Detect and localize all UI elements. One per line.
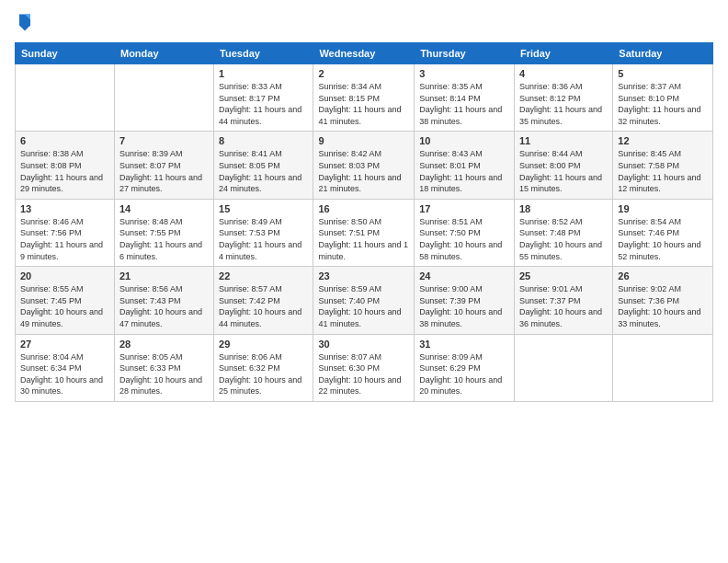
day-info: Sunrise: 8:33 AM Sunset: 8:17 PM Dayligh… [219,81,308,127]
calendar-cell: 6Sunrise: 8:38 AM Sunset: 8:08 PM Daylig… [16,132,115,199]
calendar-week: 1Sunrise: 8:33 AM Sunset: 8:17 PM Daylig… [16,64,713,132]
day-number: 1 [219,68,308,79]
day-info: Sunrise: 8:05 AM Sunset: 6:33 PM Dayligh… [119,351,209,397]
calendar-cell: 2Sunrise: 8:34 AM Sunset: 8:15 PM Daylig… [313,64,415,132]
day-number: 17 [419,203,509,214]
day-info: Sunrise: 8:42 AM Sunset: 8:03 PM Dayligh… [318,148,409,194]
day-info: Sunrise: 8:45 AM Sunset: 7:58 PM Dayligh… [618,148,708,194]
day-info: Sunrise: 9:01 AM Sunset: 7:37 PM Dayligh… [519,283,608,329]
day-number: 16 [318,203,409,214]
header-row: SundayMondayTuesdayWednesdayThursdayFrid… [16,43,713,64]
day-info: Sunrise: 8:57 AM Sunset: 7:42 PM Dayligh… [219,283,308,329]
calendar-cell [16,64,115,132]
calendar-cell: 19Sunrise: 8:54 AM Sunset: 7:46 PM Dayli… [613,199,713,266]
calendar-cell: 4Sunrise: 8:36 AM Sunset: 8:12 PM Daylig… [514,64,612,132]
calendar-week: 13Sunrise: 8:46 AM Sunset: 7:56 PM Dayli… [16,199,713,266]
calendar-week: 20Sunrise: 8:55 AM Sunset: 7:45 PM Dayli… [16,267,713,334]
calendar-cell: 25Sunrise: 9:01 AM Sunset: 7:37 PM Dayli… [514,267,612,334]
day-info: Sunrise: 8:55 AM Sunset: 7:45 PM Dayligh… [20,283,109,329]
calendar-cell: 12Sunrise: 8:45 AM Sunset: 7:58 PM Dayli… [613,132,713,199]
day-number: 25 [519,270,608,282]
day-info: Sunrise: 8:07 AM Sunset: 6:30 PM Dayligh… [318,351,409,397]
header-day: Friday [514,43,612,64]
day-number: 29 [219,339,308,350]
calendar-cell: 7Sunrise: 8:39 AM Sunset: 8:07 PM Daylig… [114,132,213,199]
day-info: Sunrise: 8:51 AM Sunset: 7:50 PM Dayligh… [419,216,509,262]
day-number: 26 [618,270,708,282]
calendar-cell: 10Sunrise: 8:43 AM Sunset: 8:01 PM Dayli… [415,132,515,199]
day-info: Sunrise: 8:06 AM Sunset: 6:32 PM Dayligh… [219,351,308,397]
day-info: Sunrise: 8:04 AM Sunset: 6:34 PM Dayligh… [20,351,109,397]
day-info: Sunrise: 9:02 AM Sunset: 7:36 PM Dayligh… [618,283,708,329]
calendar-cell: 14Sunrise: 8:48 AM Sunset: 7:55 PM Dayli… [114,199,213,266]
day-info: Sunrise: 8:46 AM Sunset: 7:56 PM Dayligh… [20,216,109,262]
day-info: Sunrise: 8:41 AM Sunset: 8:05 PM Dayligh… [219,148,308,194]
day-info: Sunrise: 8:35 AM Sunset: 8:14 PM Dayligh… [419,81,509,127]
day-number: 6 [20,135,109,146]
calendar-body: 1Sunrise: 8:33 AM Sunset: 8:17 PM Daylig… [16,64,713,402]
calendar-cell: 17Sunrise: 8:51 AM Sunset: 7:50 PM Dayli… [415,199,515,266]
header-day: Monday [114,43,213,64]
day-number: 11 [519,135,608,146]
calendar-cell: 30Sunrise: 8:07 AM Sunset: 6:30 PM Dayli… [313,334,415,401]
header-day: Saturday [613,43,713,64]
day-info: Sunrise: 8:09 AM Sunset: 6:29 PM Dayligh… [419,351,509,397]
day-info: Sunrise: 8:44 AM Sunset: 8:00 PM Dayligh… [519,148,608,194]
calendar-cell: 1Sunrise: 8:33 AM Sunset: 8:17 PM Daylig… [214,64,313,132]
day-info: Sunrise: 8:52 AM Sunset: 7:48 PM Dayligh… [519,216,608,262]
day-info: Sunrise: 8:48 AM Sunset: 7:55 PM Dayligh… [119,216,209,262]
calendar-cell: 22Sunrise: 8:57 AM Sunset: 7:42 PM Dayli… [214,267,313,334]
header-day: Thursday [415,43,515,64]
calendar-cell: 24Sunrise: 9:00 AM Sunset: 7:39 PM Dayli… [415,267,515,334]
calendar-table: SundayMondayTuesdayWednesdayThursdayFrid… [15,42,713,402]
day-number: 31 [419,339,509,350]
day-number: 27 [20,339,109,350]
day-info: Sunrise: 8:34 AM Sunset: 8:15 PM Dayligh… [318,81,409,127]
day-number: 21 [119,270,209,282]
day-number: 12 [618,135,708,146]
day-info: Sunrise: 8:49 AM Sunset: 7:53 PM Dayligh… [219,216,308,262]
day-info: Sunrise: 8:43 AM Sunset: 8:01 PM Dayligh… [419,148,509,194]
day-number: 8 [219,135,308,146]
day-info: Sunrise: 8:39 AM Sunset: 8:07 PM Dayligh… [119,148,209,194]
day-number: 3 [419,68,509,79]
calendar-cell [514,334,612,401]
calendar-cell: 8Sunrise: 8:41 AM Sunset: 8:05 PM Daylig… [214,132,313,199]
calendar-cell: 26Sunrise: 9:02 AM Sunset: 7:36 PM Dayli… [613,267,713,334]
day-number: 9 [318,135,409,146]
calendar-cell [114,64,213,132]
day-info: Sunrise: 9:00 AM Sunset: 7:39 PM Dayligh… [419,283,509,329]
day-info: Sunrise: 8:56 AM Sunset: 7:43 PM Dayligh… [119,283,209,329]
day-number: 15 [219,203,308,214]
calendar-cell: 27Sunrise: 8:04 AM Sunset: 6:34 PM Dayli… [16,334,115,401]
day-info: Sunrise: 8:38 AM Sunset: 8:08 PM Dayligh… [20,148,109,194]
day-number: 14 [119,203,209,214]
day-number: 13 [20,203,109,214]
calendar-cell: 18Sunrise: 8:52 AM Sunset: 7:48 PM Dayli… [514,199,612,266]
calendar-cell: 3Sunrise: 8:35 AM Sunset: 8:14 PM Daylig… [415,64,515,132]
day-info: Sunrise: 8:37 AM Sunset: 8:10 PM Dayligh… [618,81,708,127]
logo-icon [17,11,33,31]
day-number: 22 [219,270,308,282]
day-info: Sunrise: 8:50 AM Sunset: 7:51 PM Dayligh… [318,216,409,262]
calendar-week: 27Sunrise: 8:04 AM Sunset: 6:34 PM Dayli… [16,334,713,401]
calendar-cell: 28Sunrise: 8:05 AM Sunset: 6:33 PM Dayli… [114,334,213,401]
day-number: 23 [318,270,409,282]
day-number: 4 [519,68,608,79]
calendar-cell: 13Sunrise: 8:46 AM Sunset: 7:56 PM Dayli… [16,199,115,266]
calendar-cell [613,334,713,401]
calendar-cell: 31Sunrise: 8:09 AM Sunset: 6:29 PM Dayli… [415,334,515,401]
day-info: Sunrise: 8:36 AM Sunset: 8:12 PM Dayligh… [519,81,608,127]
calendar-cell: 9Sunrise: 8:42 AM Sunset: 8:03 PM Daylig… [313,132,415,199]
header-day: Tuesday [214,43,313,64]
day-number: 20 [20,270,109,282]
day-info: Sunrise: 8:54 AM Sunset: 7:46 PM Dayligh… [618,216,708,262]
calendar-cell: 29Sunrise: 8:06 AM Sunset: 6:32 PM Dayli… [214,334,313,401]
day-number: 18 [519,203,608,214]
header [15,11,713,35]
calendar-cell: 11Sunrise: 8:44 AM Sunset: 8:00 PM Dayli… [514,132,612,199]
day-number: 2 [318,68,409,79]
calendar-cell: 5Sunrise: 8:37 AM Sunset: 8:10 PM Daylig… [613,64,713,132]
calendar-cell: 21Sunrise: 8:56 AM Sunset: 7:43 PM Dayli… [114,267,213,334]
calendar-cell: 16Sunrise: 8:50 AM Sunset: 7:51 PM Dayli… [313,199,415,266]
